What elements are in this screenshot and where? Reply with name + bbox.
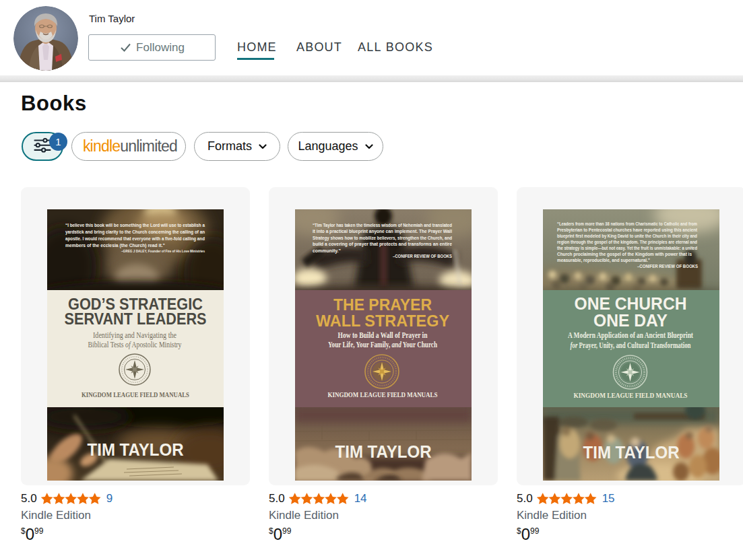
svg-text:–GREG J DALEY, Founder of Fire: –GREG J DALEY, Founder of Fire of His Lo… (121, 249, 205, 253)
svg-text:A Modern Application of an Anc: A Modern Application of an Ancient Bluep… (568, 330, 694, 340)
svg-text:yardstick and bring clarity to: yardstick and bring clarity to the Churc… (65, 229, 205, 235)
svg-text:“Tim Taylor has taken the time: “Tim Taylor has taken the timeless wisdo… (313, 222, 452, 228)
svg-text:blueprint first modeled by Kin: blueprint first modeled by King David to… (557, 233, 697, 239)
svg-text:Your Life, Your Family, and Yo: Your Life, Your Family, and Your Church (328, 340, 437, 349)
svg-text:TIM TAYLOR: TIM TAYLOR (88, 440, 184, 459)
svg-text:ONE DAY: ONE DAY (593, 310, 668, 330)
svg-text:How to Build a Wall of Prayer: How to Build a Wall of Prayer in (338, 330, 428, 340)
svg-text:WALL STRATEGY: WALL STRATEGY (316, 312, 449, 330)
svg-text:THE PRAYER: THE PRAYER (333, 295, 432, 314)
svg-text:“Leaders from more than 38 nat: “Leaders from more than 38 nations from … (557, 221, 697, 227)
svg-text:TIM TAYLOR: TIM TAYLOR (583, 443, 680, 462)
svg-text:the strategy is simple—but not: the strategy is simple—but not easy. Yet… (557, 245, 697, 251)
svg-text:Identifying and Navigating the: Identifying and Navigating the (93, 330, 176, 340)
svg-text:–CONIFER REVIEW OF BOOKS: –CONIFER REVIEW OF BOOKS (637, 264, 699, 269)
svg-text:members of the ecclesia (the C: members of the ecclesia (the Church) rea… (65, 242, 165, 248)
svg-text:–CONIFER REVIEW OF BOOKS: –CONIFER REVIEW OF BOOKS (393, 254, 453, 258)
svg-text:KINGDOM LEAGUE FIELD MANUALS: KINGDOM LEAGUE FIELD MANUALS (574, 392, 688, 399)
svg-text:measurable, reproducible, and: measurable, reproducible, and supernatur… (557, 257, 650, 263)
svg-text:it into a practical blueprint: it into a practical blueprint anyone can… (313, 228, 452, 234)
svg-text:Strategy shows how to mobilize: Strategy shows how to mobilize believers… (313, 235, 452, 241)
svg-text:KINGDOM LEAGUE FIELD MANUALS: KINGDOM LEAGUE FIELD MANUALS (328, 391, 439, 398)
svg-text:community.”: community.” (313, 248, 341, 254)
svg-text:SERVANT LEADERS: SERVANT LEADERS (65, 310, 207, 328)
svg-text:build a covering of prayer tha: build a covering of prayer that protects… (313, 241, 452, 247)
svg-text:Presbyterian to Pentecostal ch: Presbyterian to Pentecostal churches hav… (557, 227, 697, 233)
svg-text:Church proclaiming the gospel: Church proclaiming the gospel of the Kin… (557, 251, 692, 257)
svg-text:KINGDOM LEAGUE FIELD MANUALS: KINGDOM LEAGUE FIELD MANUALS (82, 391, 189, 398)
svg-text:TIM TAYLOR: TIM TAYLOR (335, 442, 432, 461)
svg-text:region through the gospel of t: region through the gospel of the kingdom… (557, 239, 697, 245)
svg-text:Biblical Tests of Apostolic Mi: Biblical Tests of Apostolic Ministry (88, 340, 182, 349)
svg-text:for Prayer, Unity, and Cultura: for Prayer, Unity, and Cultural Transfor… (571, 341, 691, 350)
svg-text:apostle. I would recommend tha: apostle. I would recommend that everyone… (65, 236, 205, 242)
svg-text:“I believe this book will be s: “I believe this book will be something t… (65, 222, 205, 228)
